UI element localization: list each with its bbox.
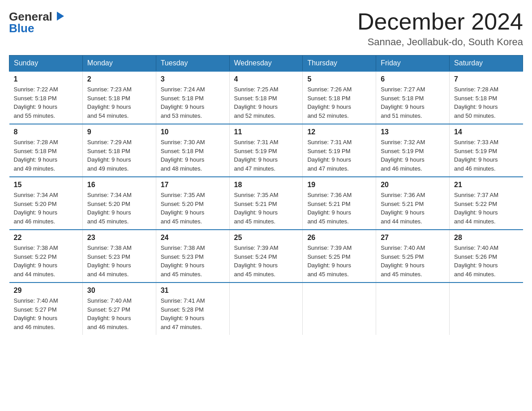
logo: General Blue: [9, 9, 66, 34]
calendar-cell: 9 Sunrise: 7:29 AM Sunset: 5:18 PM Dayli…: [82, 124, 156, 177]
day-number: 20: [381, 181, 445, 189]
day-number: 19: [307, 181, 371, 189]
calendar-cell: 2 Sunrise: 7:23 AM Sunset: 5:18 PM Dayli…: [82, 71, 156, 124]
day-info: Sunrise: 7:34 AM Sunset: 5:20 PM Dayligh…: [14, 191, 78, 226]
calendar-cell: 7 Sunrise: 7:28 AM Sunset: 5:18 PM Dayli…: [450, 71, 523, 124]
calendar-cell: [229, 283, 303, 335]
header-monday: Monday: [82, 56, 156, 72]
day-number: 4: [234, 75, 298, 83]
header-wednesday: Wednesday: [229, 56, 303, 72]
day-info: Sunrise: 7:33 AM Sunset: 5:19 PM Dayligh…: [454, 138, 518, 173]
day-number: 8: [14, 128, 78, 136]
day-info: Sunrise: 7:24 AM Sunset: 5:18 PM Dayligh…: [161, 85, 225, 120]
calendar-cell: 28 Sunrise: 7:40 AM Sunset: 5:26 PM Dayl…: [450, 230, 523, 283]
calendar-cell: 13 Sunrise: 7:32 AM Sunset: 5:19 PM Dayl…: [376, 124, 450, 177]
week-row-3: 15 Sunrise: 7:34 AM Sunset: 5:20 PM Dayl…: [9, 177, 523, 230]
calendar-header-row: SundayMondayTuesdayWednesdayThursdayFrid…: [9, 56, 523, 72]
day-info: Sunrise: 7:40 AM Sunset: 5:27 PM Dayligh…: [87, 296, 151, 331]
day-number: 28: [454, 234, 518, 242]
day-info: Sunrise: 7:29 AM Sunset: 5:18 PM Dayligh…: [87, 138, 151, 173]
day-info: Sunrise: 7:22 AM Sunset: 5:18 PM Dayligh…: [14, 85, 78, 120]
day-number: 31: [161, 287, 225, 295]
calendar-cell: 16 Sunrise: 7:34 AM Sunset: 5:20 PM Dayl…: [82, 177, 156, 230]
calendar-cell: 19 Sunrise: 7:36 AM Sunset: 5:21 PM Dayl…: [303, 177, 376, 230]
day-number: 18: [234, 181, 298, 189]
day-info: Sunrise: 7:26 AM Sunset: 5:18 PM Dayligh…: [307, 85, 371, 120]
day-info: Sunrise: 7:30 AM Sunset: 5:18 PM Dayligh…: [161, 138, 225, 173]
day-info: Sunrise: 7:41 AM Sunset: 5:28 PM Dayligh…: [161, 296, 225, 331]
day-info: Sunrise: 7:35 AM Sunset: 5:20 PM Dayligh…: [161, 191, 225, 226]
svg-marker-0: [57, 12, 64, 21]
day-number: 17: [161, 181, 225, 189]
day-number: 2: [87, 75, 151, 83]
day-info: Sunrise: 7:32 AM Sunset: 5:19 PM Dayligh…: [381, 138, 445, 173]
calendar-cell: 15 Sunrise: 7:34 AM Sunset: 5:20 PM Dayl…: [9, 177, 83, 230]
calendar-cell: [376, 283, 450, 335]
week-row-5: 29 Sunrise: 7:40 AM Sunset: 5:27 PM Dayl…: [9, 283, 523, 335]
calendar-cell: 11 Sunrise: 7:31 AM Sunset: 5:19 PM Dayl…: [229, 124, 303, 177]
calendar-cell: 30 Sunrise: 7:40 AM Sunset: 5:27 PM Dayl…: [82, 283, 156, 335]
header-sunday: Sunday: [9, 56, 83, 72]
day-info: Sunrise: 7:28 AM Sunset: 5:18 PM Dayligh…: [454, 85, 518, 120]
calendar-cell: 29 Sunrise: 7:40 AM Sunset: 5:27 PM Dayl…: [9, 283, 83, 335]
day-number: 16: [87, 181, 151, 189]
day-info: Sunrise: 7:23 AM Sunset: 5:18 PM Dayligh…: [87, 85, 151, 120]
day-number: 22: [14, 234, 78, 242]
location-title: Sannae, Jeollabuk-do, South Korea: [357, 36, 523, 48]
calendar-cell: 22 Sunrise: 7:38 AM Sunset: 5:22 PM Dayl…: [9, 230, 83, 283]
calendar-cell: 12 Sunrise: 7:31 AM Sunset: 5:19 PM Dayl…: [303, 124, 376, 177]
day-info: Sunrise: 7:34 AM Sunset: 5:20 PM Dayligh…: [87, 191, 151, 226]
day-info: Sunrise: 7:25 AM Sunset: 5:18 PM Dayligh…: [234, 85, 298, 120]
day-number: 11: [234, 128, 298, 136]
day-number: 24: [161, 234, 225, 242]
calendar-cell: 6 Sunrise: 7:27 AM Sunset: 5:18 PM Dayli…: [376, 71, 450, 124]
day-info: Sunrise: 7:31 AM Sunset: 5:19 PM Dayligh…: [307, 138, 371, 173]
day-info: Sunrise: 7:36 AM Sunset: 5:21 PM Dayligh…: [307, 191, 371, 226]
month-title: December 2024: [357, 9, 523, 34]
day-info: Sunrise: 7:38 AM Sunset: 5:23 PM Dayligh…: [87, 244, 151, 278]
logo-triangle-icon: [53, 10, 66, 22]
header: General Blue December 2024 Sannae, Jeoll…: [9, 9, 523, 48]
header-friday: Friday: [376, 56, 450, 72]
day-number: 26: [307, 234, 371, 242]
day-info: Sunrise: 7:40 AM Sunset: 5:26 PM Dayligh…: [454, 244, 518, 278]
calendar-cell: [450, 283, 523, 335]
day-number: 5: [307, 75, 371, 83]
day-info: Sunrise: 7:36 AM Sunset: 5:21 PM Dayligh…: [381, 191, 445, 226]
calendar-cell: 17 Sunrise: 7:35 AM Sunset: 5:20 PM Dayl…: [156, 177, 229, 230]
calendar-cell: 31 Sunrise: 7:41 AM Sunset: 5:28 PM Dayl…: [156, 283, 229, 335]
calendar-cell: 10 Sunrise: 7:30 AM Sunset: 5:18 PM Dayl…: [156, 124, 229, 177]
day-number: 30: [87, 287, 151, 295]
day-number: 1: [14, 75, 78, 83]
day-number: 29: [14, 287, 78, 295]
day-info: Sunrise: 7:39 AM Sunset: 5:24 PM Dayligh…: [234, 244, 298, 278]
calendar-cell: [303, 283, 376, 335]
header-thursday: Thursday: [303, 56, 376, 72]
day-number: 3: [161, 75, 225, 83]
day-number: 21: [454, 181, 518, 189]
day-info: Sunrise: 7:37 AM Sunset: 5:22 PM Dayligh…: [454, 191, 518, 226]
logo-blue-text: Blue: [9, 22, 34, 34]
header-tuesday: Tuesday: [156, 56, 229, 72]
calendar-cell: 8 Sunrise: 7:28 AM Sunset: 5:18 PM Dayli…: [9, 124, 83, 177]
week-row-1: 1 Sunrise: 7:22 AM Sunset: 5:18 PM Dayli…: [9, 71, 523, 124]
calendar-cell: 1 Sunrise: 7:22 AM Sunset: 5:18 PM Dayli…: [9, 71, 83, 124]
day-info: Sunrise: 7:40 AM Sunset: 5:25 PM Dayligh…: [381, 244, 445, 278]
day-number: 15: [14, 181, 78, 189]
day-info: Sunrise: 7:27 AM Sunset: 5:18 PM Dayligh…: [381, 85, 445, 120]
calendar-cell: 25 Sunrise: 7:39 AM Sunset: 5:24 PM Dayl…: [229, 230, 303, 283]
day-number: 7: [454, 75, 518, 83]
day-number: 10: [161, 128, 225, 136]
calendar-table: SundayMondayTuesdayWednesdayThursdayFrid…: [9, 55, 523, 335]
day-number: 27: [381, 234, 445, 242]
calendar-cell: 3 Sunrise: 7:24 AM Sunset: 5:18 PM Dayli…: [156, 71, 229, 124]
day-info: Sunrise: 7:38 AM Sunset: 5:22 PM Dayligh…: [14, 244, 78, 278]
day-number: 23: [87, 234, 151, 242]
day-number: 6: [381, 75, 445, 83]
day-number: 25: [234, 234, 298, 242]
calendar-cell: 20 Sunrise: 7:36 AM Sunset: 5:21 PM Dayl…: [376, 177, 450, 230]
header-saturday: Saturday: [450, 56, 523, 72]
calendar-cell: 14 Sunrise: 7:33 AM Sunset: 5:19 PM Dayl…: [450, 124, 523, 177]
day-number: 14: [454, 128, 518, 136]
day-info: Sunrise: 7:39 AM Sunset: 5:25 PM Dayligh…: [307, 244, 371, 278]
